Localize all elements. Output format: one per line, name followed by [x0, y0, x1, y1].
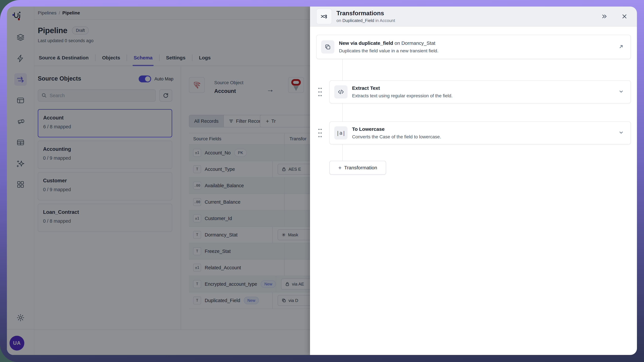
drag-handle[interactable]	[318, 128, 322, 138]
subtitle-on: on	[336, 18, 341, 23]
expand-card-button[interactable]	[618, 130, 624, 136]
chevron-down-icon	[618, 89, 624, 94]
transformation-card-extract-text[interactable]: Extract Text Extracts text using regular…	[330, 80, 631, 103]
close-icon[interactable]	[621, 13, 628, 20]
shuffle-icon	[316, 9, 332, 24]
card-title: New via duplicate_field on Dormancy_Stat	[339, 40, 618, 46]
subtitle-field: Duplicated_Field	[342, 18, 374, 23]
collapse-panel-icon[interactable]	[601, 13, 608, 20]
card-title-rest: on Dormancy_Stat	[393, 40, 435, 46]
code-icon	[334, 85, 348, 98]
transformation-card-to-lowercase[interactable]: |a| To Lowercase Converts the Case of th…	[330, 121, 631, 144]
drawer-header: Transformations on Duplicated_Field in A…	[310, 6, 637, 26]
card-title: To Lowercase	[352, 126, 618, 132]
lowercase-icon: |a|	[334, 126, 348, 140]
transformation-card-duplicate-field[interactable]: New via duplicate_field on Dormancy_Stat…	[316, 35, 631, 59]
subtitle-in: in	[376, 18, 379, 23]
expand-card-button[interactable]	[618, 89, 624, 95]
card-description: Extracts text using regular expression o…	[352, 93, 618, 98]
open-source-link[interactable]	[618, 44, 624, 50]
drag-handle[interactable]	[318, 86, 322, 97]
drawer-title: Transformations	[336, 10, 601, 17]
app-window: UA Pipelines / Pipeline Pipeline Draft L…	[7, 6, 637, 355]
card-title-strong: New via duplicate_field	[339, 40, 393, 46]
add-transformation-button[interactable]: + Transformation	[330, 161, 386, 175]
card-description: Duplicates the field value in a new tran…	[339, 48, 618, 53]
drawer-subtitle: on Duplicated_Field in Account	[336, 18, 601, 23]
subtitle-object: Account	[380, 18, 395, 23]
flow-connector-line	[342, 59, 343, 162]
copy-icon	[321, 40, 334, 53]
card-title: Extract Text	[352, 85, 618, 91]
chevron-down-icon	[618, 130, 624, 135]
external-link-icon	[618, 44, 624, 49]
add-transformation-label: Transformation	[344, 165, 377, 171]
transformations-drawer: Transformations on Duplicated_Field in A…	[310, 6, 637, 355]
lowercase-glyph: |a|	[336, 130, 346, 136]
card-description: Converts the Case of the field to lowerc…	[352, 134, 618, 140]
plus-icon: +	[338, 165, 342, 171]
